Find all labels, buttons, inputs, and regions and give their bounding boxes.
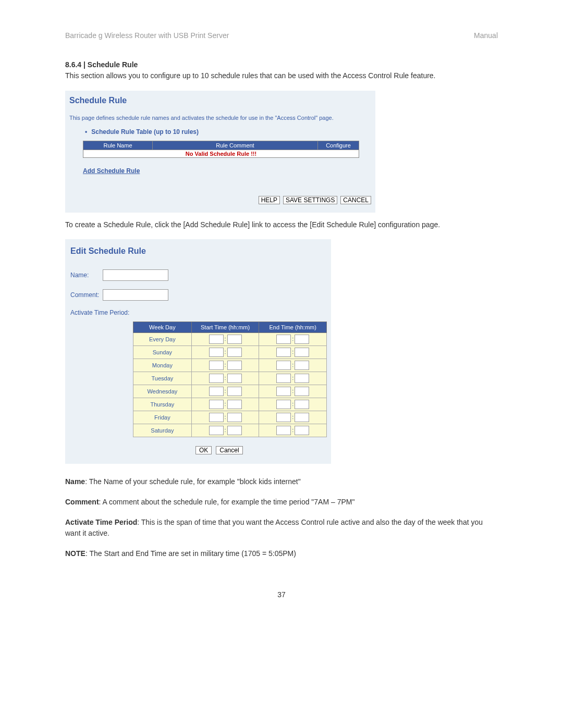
end-min-input[interactable] — [295, 426, 309, 435]
time-separator: : — [292, 375, 293, 381]
panel1-desc: This page defines schedule rule names an… — [69, 115, 371, 121]
start-time-cell: : — [191, 424, 259, 437]
start-min-input[interactable] — [227, 348, 242, 357]
save-settings-button[interactable]: SAVE SETTINGS — [283, 196, 337, 204]
def-note-b: NOTE — [65, 549, 85, 558]
end-min-input[interactable] — [295, 400, 309, 409]
def-name-t: : The Name of your schedule rule, for ex… — [85, 477, 301, 486]
def-name-b: Name — [65, 477, 85, 486]
section-heading: 8.6.4 | Schedule Rule — [65, 60, 498, 69]
end-hour-input[interactable] — [276, 335, 291, 344]
time-separator: : — [292, 336, 293, 342]
time-period-table: Week Day Start Time (hh:mm) End Time (hh… — [133, 322, 327, 437]
no-valid-rule-msg: No Valid Schedule Rule !!! — [83, 150, 359, 157]
weekday-cell: Sunday — [133, 346, 192, 359]
weekday-cell: Saturday — [133, 424, 192, 437]
start-hour-input[interactable] — [209, 335, 224, 344]
start-min-input[interactable] — [227, 361, 242, 370]
start-hour-input[interactable] — [209, 400, 224, 409]
start-time-cell: : — [191, 398, 259, 411]
help-button[interactable]: HELP — [259, 196, 280, 204]
end-min-input[interactable] — [295, 374, 309, 383]
def-comment-t: : A comment about the schedule rule, for… — [99, 498, 355, 506]
end-time-cell: : — [259, 385, 327, 398]
panel1-title: Schedule Rule — [69, 96, 371, 105]
start-time-cell: : — [191, 359, 259, 372]
start-min-input[interactable] — [227, 426, 242, 435]
time-separator: : — [225, 336, 226, 342]
start-hour-input[interactable] — [209, 374, 224, 383]
time-separator: : — [225, 375, 226, 381]
cancel-edit-button[interactable]: Cancel — [216, 446, 242, 454]
time-separator: : — [292, 388, 293, 394]
weekday-cell: Tuesday — [133, 372, 192, 385]
weekday-cell: Wednesday — [133, 385, 192, 398]
end-hour-input[interactable] — [276, 348, 291, 357]
end-hour-input[interactable] — [276, 426, 291, 435]
time-separator: : — [225, 401, 226, 407]
weekday-cell: Friday — [133, 411, 192, 424]
time-separator: : — [292, 414, 293, 420]
end-min-input[interactable] — [295, 413, 309, 422]
start-min-input[interactable] — [227, 400, 242, 409]
end-time-cell: : — [259, 411, 327, 424]
comment-row: Comment: — [70, 289, 326, 301]
weekday-cell: Every Day — [133, 333, 192, 346]
activate-time-period-label: Activate Time Period: — [70, 309, 326, 316]
end-min-input[interactable] — [295, 335, 309, 344]
name-input[interactable] — [103, 269, 168, 281]
end-hour-input[interactable] — [276, 374, 291, 383]
start-hour-input[interactable] — [209, 361, 224, 370]
table-row: Tuesday:: — [133, 372, 327, 385]
col-weekday: Week Day — [133, 322, 192, 333]
start-hour-input[interactable] — [209, 413, 224, 422]
weekday-cell: Monday — [133, 359, 192, 372]
end-hour-input[interactable] — [276, 361, 291, 370]
header-right: Manual — [474, 31, 498, 40]
table-row: Sunday:: — [133, 346, 327, 359]
panel1-bullet: Schedule Rule Table (up to 10 rules) — [85, 128, 371, 135]
start-time-cell: : — [191, 333, 259, 346]
doc-header: Barricade g Wireless Router with USB Pri… — [65, 31, 498, 40]
def-atp-b: Activate Time Period — [65, 518, 137, 526]
col-rule-comment: Rule Comment — [153, 141, 318, 150]
def-comment-b: Comment — [65, 498, 99, 506]
end-time-cell: : — [259, 424, 327, 437]
cancel-button[interactable]: CANCEL — [340, 196, 371, 204]
start-min-input[interactable] — [227, 413, 242, 422]
header-left: Barricade g Wireless Router with USB Pri… — [65, 31, 229, 40]
ok-button[interactable]: OK — [195, 446, 212, 454]
table-row: Every Day:: — [133, 333, 327, 346]
start-hour-input[interactable] — [209, 348, 224, 357]
start-time-cell: : — [191, 385, 259, 398]
end-time-cell: : — [259, 346, 327, 359]
time-separator: : — [225, 349, 226, 355]
comment-input[interactable] — [103, 289, 168, 301]
time-separator: : — [225, 414, 226, 420]
col-start-time: Start Time (hh:mm) — [191, 322, 259, 333]
start-hour-input[interactable] — [209, 426, 224, 435]
start-time-cell: : — [191, 372, 259, 385]
end-min-input[interactable] — [295, 387, 309, 396]
col-end-time: End Time (hh:mm) — [259, 322, 327, 333]
definitions-block: Name: The Name of your schedule rule, fo… — [65, 476, 498, 559]
start-hour-input[interactable] — [209, 387, 224, 396]
start-min-input[interactable] — [227, 335, 242, 344]
col-configure: Configure — [318, 141, 359, 150]
time-separator: : — [292, 401, 293, 407]
col-rule-name: Rule Name — [83, 141, 153, 150]
end-hour-input[interactable] — [276, 413, 291, 422]
end-hour-input[interactable] — [276, 400, 291, 409]
add-schedule-rule-link[interactable]: Add Schedule Rule — [83, 167, 140, 175]
end-min-input[interactable] — [295, 361, 309, 370]
time-separator: : — [292, 349, 293, 355]
time-separator: : — [292, 362, 293, 368]
table-row: Thursday:: — [133, 398, 327, 411]
comment-label: Comment: — [70, 291, 103, 299]
start-min-input[interactable] — [227, 387, 242, 396]
end-min-input[interactable] — [295, 348, 309, 357]
end-hour-input[interactable] — [276, 387, 291, 396]
time-separator: : — [225, 427, 226, 433]
page-number: 37 — [65, 590, 498, 599]
start-min-input[interactable] — [227, 374, 242, 383]
